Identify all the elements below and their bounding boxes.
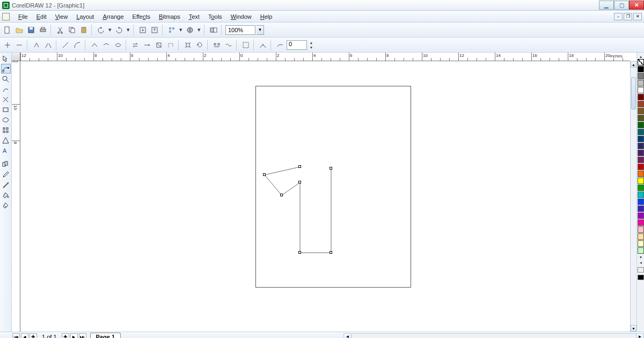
menu-window[interactable]: Window	[226, 12, 256, 21]
swatch[interactable]	[638, 157, 644, 163]
palette-scroll-up[interactable]: ▴	[638, 54, 644, 59]
swatch[interactable]	[638, 226, 644, 233]
basic-shapes-tool[interactable]	[1, 135, 11, 145]
swatch-none[interactable]	[638, 59, 644, 65]
spinner-up[interactable]: ▲	[308, 40, 314, 45]
swatch[interactable]	[638, 108, 644, 114]
scroll-left[interactable]: ◄	[344, 334, 352, 339]
export-button[interactable]	[149, 25, 160, 35]
new-button[interactable]	[2, 25, 13, 35]
extend-button[interactable]	[142, 40, 152, 50]
zoom-tool[interactable]	[1, 74, 11, 84]
mdi-minimize[interactable]: –	[614, 13, 623, 20]
swatch[interactable]	[638, 212, 644, 219]
ellipse-tool[interactable]	[1, 115, 11, 124]
undo-button[interactable]	[96, 25, 106, 35]
swatch[interactable]	[638, 199, 644, 205]
corel-dropdown[interactable]: ▾	[196, 25, 202, 35]
menu-arrange[interactable]: Arrange	[98, 12, 128, 21]
swatch[interactable]	[638, 129, 644, 135]
swatch[interactable]	[638, 178, 644, 184]
last-page[interactable]: ⏭	[79, 333, 86, 339]
smooth-node-button[interactable]	[101, 40, 112, 50]
scroll-down[interactable]: ▼	[631, 325, 636, 332]
redo-button[interactable]	[114, 25, 125, 35]
curve-object[interactable]	[265, 141, 340, 260]
extract-button[interactable]	[153, 40, 164, 50]
select-all-button[interactable]	[240, 40, 251, 50]
scroll-thumb-v[interactable]	[631, 77, 636, 109]
zoom-level[interactable]: 100%	[225, 25, 255, 35]
menu-file[interactable]: File	[14, 12, 32, 21]
next-page[interactable]: ►	[70, 333, 78, 339]
menu-view[interactable]: View	[51, 12, 72, 21]
close-button[interactable]: ✕	[629, 1, 644, 10]
pick-tool[interactable]	[1, 54, 11, 63]
canvas[interactable]: inches 1210864202468101214161820 hes 108…	[12, 53, 636, 332]
save-button[interactable]	[26, 25, 36, 35]
swatch[interactable]	[638, 164, 644, 170]
options-button[interactable]	[208, 25, 219, 35]
to-curve-button[interactable]	[72, 40, 83, 50]
swatch[interactable]	[638, 219, 644, 226]
symmetric-node-button[interactable]	[113, 40, 123, 50]
menu-edit[interactable]: Edit	[32, 12, 51, 21]
swatch[interactable]	[638, 66, 644, 72]
elastic-button[interactable]	[223, 40, 234, 50]
reduce-nodes-button[interactable]	[258, 40, 268, 50]
horizontal-ruler[interactable]: inches 1210864202468101214161820	[20, 53, 630, 61]
menu-layout[interactable]: Layout	[72, 12, 98, 21]
to-line-button[interactable]	[60, 40, 71, 50]
menu-bitmaps[interactable]: Bitmaps	[155, 12, 185, 21]
spinner-down[interactable]: ▼	[308, 45, 314, 50]
cusp-node-button[interactable]	[89, 40, 100, 50]
reverse-button[interactable]	[130, 40, 141, 50]
curve-node[interactable]	[298, 251, 301, 254]
ruler-corner[interactable]	[12, 53, 20, 61]
paste-button[interactable]	[78, 25, 89, 35]
smart-draw-tool[interactable]	[1, 94, 11, 104]
delete-node-button[interactable]	[14, 40, 25, 50]
add-page-after[interactable]: ✚	[62, 333, 69, 339]
eyedropper-tool[interactable]	[1, 170, 11, 179]
scroll-right[interactable]: ►	[636, 334, 643, 339]
zoom-dropdown[interactable]: ▼	[257, 25, 264, 35]
swatch[interactable]	[638, 80, 644, 86]
palette-scroll-down[interactable]: ▾	[638, 254, 644, 260]
swatch[interactable]	[638, 122, 644, 128]
page-tab[interactable]: Page 1	[90, 333, 121, 339]
swatch[interactable]	[638, 150, 644, 156]
swatch[interactable]	[638, 205, 644, 212]
interactive-fill-tool[interactable]	[1, 200, 11, 210]
corel-online-button[interactable]	[185, 25, 195, 35]
outline-tool[interactable]	[1, 180, 11, 189]
horizontal-scrollbar[interactable]: ◄ ►	[343, 333, 644, 339]
text-tool[interactable]: A	[1, 145, 11, 155]
mdi-restore[interactable]: ❐	[624, 13, 632, 20]
undo-dropdown[interactable]: ▾	[107, 25, 113, 35]
blend-tool[interactable]	[1, 159, 11, 169]
minimize-button[interactable]: ▁	[599, 1, 614, 10]
swatch[interactable]	[638, 87, 644, 93]
swatch[interactable]	[638, 192, 644, 198]
open-button[interactable]	[14, 25, 25, 35]
rectangle-tool[interactable]	[1, 105, 11, 114]
swatch[interactable]	[638, 101, 644, 107]
vertical-ruler[interactable]: hes 108	[12, 61, 20, 332]
rotate-button[interactable]	[194, 40, 205, 50]
polygon-tool[interactable]	[1, 125, 11, 135]
swatch[interactable]	[638, 185, 644, 191]
swatch[interactable]	[638, 94, 644, 100]
shape-tool[interactable]	[1, 64, 11, 74]
curve-node[interactable]	[330, 251, 332, 254]
swatch[interactable]	[638, 233, 644, 240]
color-well-1[interactable]	[638, 267, 644, 273]
first-page[interactable]: ⏮	[12, 333, 20, 339]
import-button[interactable]	[137, 25, 148, 35]
curve-node[interactable]	[263, 173, 266, 176]
swatch[interactable]	[638, 143, 644, 149]
break-node-button[interactable]	[43, 40, 54, 50]
vertical-scrollbar[interactable]: ▲ ▼	[630, 61, 636, 332]
cut-button[interactable]	[55, 25, 65, 35]
fill-tool[interactable]	[1, 190, 11, 200]
